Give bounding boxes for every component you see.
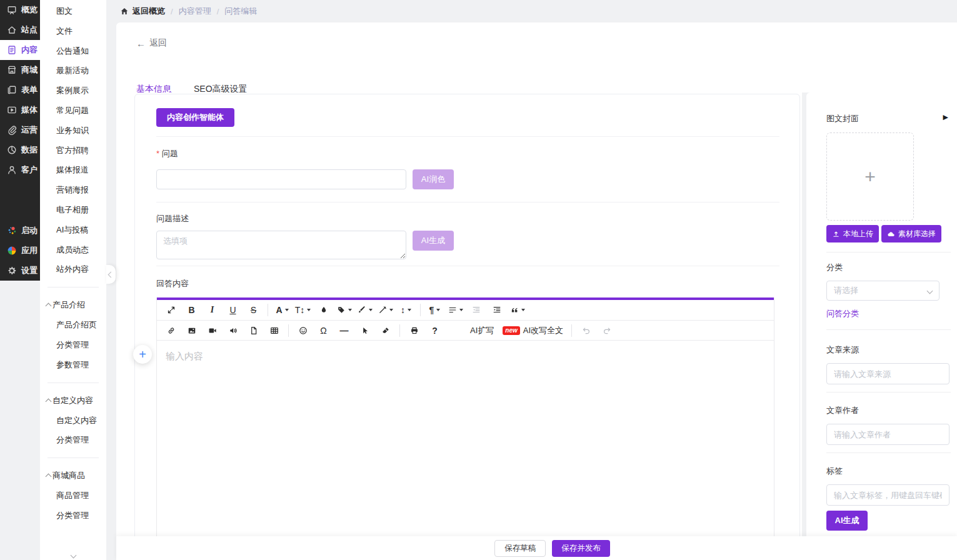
undo-icon[interactable] [576,321,596,340]
highlight-icon[interactable] [313,300,334,320]
sidebar-item[interactable]: 参数管理 [40,355,106,375]
sidebar-item[interactable]: 产品介绍页 [40,315,106,335]
ai-generate-description-button[interactable]: AI生成 [413,231,454,251]
source-input[interactable] [826,363,949,384]
sidebar-item[interactable]: 图文 [40,1,106,21]
floating-add-button[interactable]: + [133,345,152,364]
sidebar-item[interactable]: 媒体报道 [40,160,106,180]
author-input[interactable] [826,424,949,445]
question-input[interactable] [156,169,406,189]
underline-icon[interactable]: U [223,300,243,320]
brush-icon[interactable] [354,300,375,320]
paragraph-icon[interactable]: ¶ [424,300,445,320]
ai-expand-button[interactable]: AI扩写 [466,321,498,340]
format-clear-icon[interactable] [375,300,396,320]
tag-style-icon[interactable] [334,300,354,320]
code-view-icon[interactable] [445,321,466,340]
arrow-left-icon: ← [136,38,146,49]
sidebar-scroll-more[interactable] [40,553,106,558]
strikethrough-icon[interactable]: S [243,300,264,320]
content-agent-button[interactable]: 内容创作智能体 [156,108,234,127]
sidebar-item-operation[interactable]: 运营 [0,120,40,140]
sidebar-item[interactable]: 站外内容 [40,259,106,279]
sidebar-item[interactable]: 营销海报 [40,180,106,200]
sidebar-item[interactable]: 分类管理 [40,430,106,450]
sidebar-item-content[interactable]: 内容 [0,40,40,60]
sidebar-item[interactable]: 最新活动 [40,61,106,81]
sidebar-item-overview[interactable]: 概览 [0,0,40,20]
font-size-icon[interactable]: T↕ [293,300,313,320]
chevron-left-icon [108,271,114,278]
ai-rewrite-button[interactable]: newAI改写全文 [498,321,568,340]
video-icon[interactable] [202,321,223,340]
cover-upload-dropzone[interactable]: + [826,132,914,221]
sidebar-item[interactable]: 商品管理 [40,486,106,506]
cover-expand-triangle-icon[interactable]: ▶ [943,113,948,121]
outdent-icon[interactable] [466,300,486,320]
align-icon[interactable] [445,300,466,320]
sidebar-item-launch[interactable]: 启动 [0,221,40,241]
sidebar-item[interactable]: 业务知识 [40,121,106,141]
fullscreen-icon[interactable] [161,300,181,320]
sidebar-item[interactable]: 自定义内容 [40,411,106,431]
table-icon[interactable] [264,321,284,340]
footer-action-bar: 保存草稿 保存并发布 [116,536,957,560]
editor-content-area[interactable]: 输入内容 [157,341,774,560]
file-icon[interactable] [243,321,264,340]
sidebar-item-customer[interactable]: 客户 [0,160,40,180]
bold-icon[interactable]: B [181,300,202,320]
font-color-icon[interactable]: A [272,300,293,320]
sidebar-item[interactable]: 公告通知 [40,41,106,61]
sidebar-item[interactable]: 电子相册 [40,200,106,220]
category-select[interactable]: 请选择 [826,281,939,301]
special-char-icon[interactable]: Ω [313,321,334,340]
breadcrumb-content-manage[interactable]: 内容管理 [179,6,211,17]
sidebar-item[interactable]: 文件 [40,21,106,41]
description-textarea[interactable] [156,231,406,259]
audio-icon[interactable] [223,321,243,340]
sidebar-group-header[interactable]: 自定义内容 [40,391,106,411]
upload-library-button[interactable]: 素材库选择 [881,225,941,242]
blockquote-icon[interactable] [507,300,528,320]
print-icon[interactable] [404,321,424,340]
link-icon[interactable] [161,321,181,340]
select-cursor-icon[interactable] [354,321,375,340]
tags-input[interactable] [826,484,949,506]
sidebar-item[interactable]: 分类管理 [40,506,106,526]
qa-category-link[interactable]: 问答分类 [826,308,859,319]
upload-local-button[interactable]: 本地上传 [826,225,879,242]
sidebar-collapse-handle[interactable] [106,265,116,284]
sidebar-item-settings[interactable]: 设置 [0,261,40,281]
redo-icon[interactable] [596,321,617,340]
sidebar-item-media[interactable]: 媒体 [0,100,40,120]
eraser-icon[interactable] [375,321,396,340]
sidebar-item[interactable]: AI与投稿 [40,220,106,240]
sidebar-item[interactable]: 常见问题 [40,101,106,121]
sidebar-item[interactable]: 成员动态 [40,240,106,260]
indent-icon[interactable] [486,300,507,320]
image-icon[interactable] [181,321,202,340]
sidebar-item-mall[interactable]: 商城 [0,60,40,80]
line-height-icon[interactable]: ↕ [396,300,416,320]
sidebar-item-site[interactable]: 站点 [0,20,40,40]
sidebar-item[interactable]: 官方招聘 [40,141,106,161]
ai-polish-button[interactable]: AI润色 [413,169,454,189]
save-publish-button[interactable]: 保存并发布 [552,540,610,557]
sidebar-item[interactable]: 案例展示 [40,81,106,101]
form-icon [7,85,17,95]
sidebar-group-header[interactable]: 商城商品 [40,466,106,486]
sidebar-item-form[interactable]: 表单 [0,80,40,100]
breadcrumb-qa-edit[interactable]: 问答编辑 [224,6,257,17]
save-draft-button[interactable]: 保存草稿 [494,540,546,557]
italic-icon[interactable]: I [202,300,223,320]
sidebar-item[interactable]: 分类管理 [40,335,106,355]
help-icon[interactable]: ? [424,321,445,340]
breadcrumb-back-overview[interactable]: 返回概览 [133,6,165,17]
ai-generate-tags-button[interactable]: AI生成 [826,511,868,531]
back-button[interactable]: ← 返回 [136,38,167,49]
emoji-icon[interactable] [293,321,313,340]
sidebar-item-apps[interactable]: 应用 [0,241,40,261]
sidebar-group-header[interactable]: 产品介绍 [40,295,106,315]
sidebar-item-data[interactable]: 数据 [0,140,40,160]
horizontal-rule-icon[interactable]: — [334,321,354,340]
